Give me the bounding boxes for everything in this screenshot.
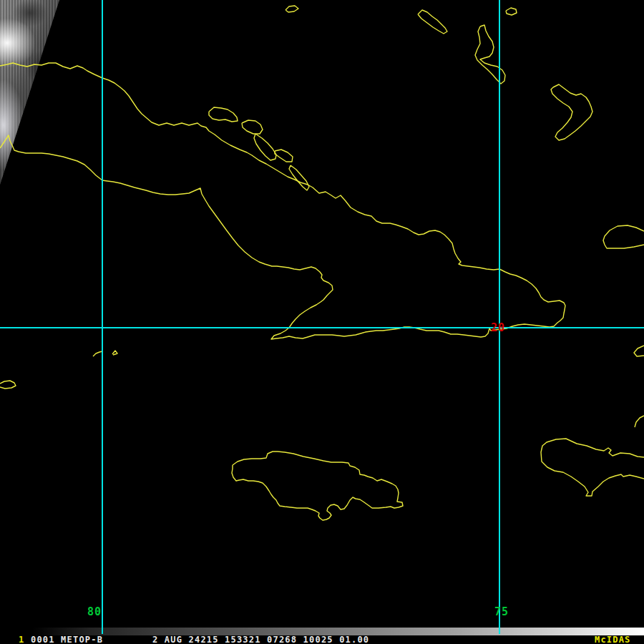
coastline-crooked-island — [475, 25, 505, 84]
image-datetime-label: 2 AUG 24215 153321 07268 10025 01.00 — [152, 635, 369, 644]
coastline-grand-cayman — [0, 381, 16, 389]
coastline-cayman-brac — [112, 351, 117, 355]
grid-label-20: 20 — [491, 321, 505, 334]
satellite-swath-imagery — [0, 0, 59, 185]
coastline-cuba-key-2 — [242, 120, 263, 134]
coastline-samana-cay — [506, 8, 517, 15]
satellite-image-viewport: 807520 1 0001 METOP-B 2 AUG 24215 153321… — [0, 0, 644, 644]
coastline-top-center-islet — [286, 6, 298, 12]
coastline-long-island — [418, 10, 447, 34]
coastline-jamaica — [232, 452, 403, 520]
coastline-right-edge-islet — [634, 346, 644, 356]
coastline-acklins-island — [551, 84, 592, 140]
coastline-cuba-key-1 — [209, 107, 238, 122]
coastline-cuba-mainland — [0, 63, 565, 339]
map-overlay: 807520 — [0, 0, 644, 635]
status-bar: 1 0001 METOP-B 2 AUG 24215 153321 07268 … — [0, 635, 644, 644]
coastline-little-cayman — [93, 351, 102, 356]
grid-label-75: 75 — [494, 605, 509, 618]
grid-label-80: 80 — [87, 605, 102, 618]
coastline-great-inagua-tip — [603, 225, 644, 248]
frame-number: 1 — [19, 635, 24, 644]
image-id-satellite-label: 0001 METOP-B — [31, 635, 103, 644]
coastline-cuba-key-3 — [254, 134, 276, 160]
coastline-hispaniola-west-tip — [541, 439, 644, 496]
coastline-cuba-key-5 — [289, 165, 309, 190]
coastline-tortuga-fragment — [635, 416, 644, 427]
mcidas-brand-label: McIDAS — [595, 635, 631, 644]
coastline-cuba-key-4 — [275, 150, 293, 162]
